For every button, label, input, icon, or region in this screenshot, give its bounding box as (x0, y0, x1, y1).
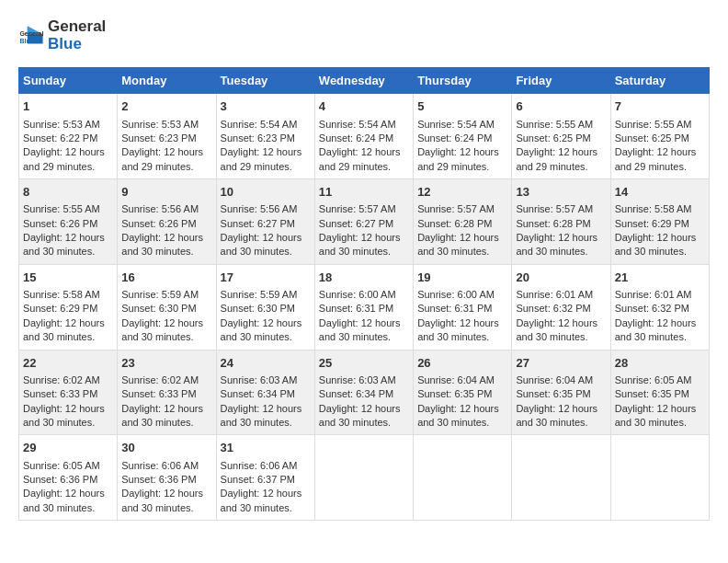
day-number: 9 (121, 184, 211, 201)
calendar-cell: 8Sunrise: 5:55 AMSunset: 6:26 PMDaylight… (19, 179, 118, 265)
calendar-header: SundayMondayTuesdayWednesdayThursdayFrid… (19, 68, 710, 94)
day-number: 22 (23, 355, 113, 372)
day-number: 6 (516, 98, 606, 115)
day-number: 16 (121, 270, 211, 286)
calendar-cell: 20Sunrise: 6:01 AMSunset: 6:32 PMDayligh… (512, 264, 610, 350)
page-header: General Blue General Blue (18, 18, 710, 52)
calendar-cell: 1Sunrise: 5:53 AMSunset: 6:22 PMDaylight… (19, 94, 118, 179)
col-header-friday: Friday (512, 68, 610, 94)
calendar-cell: 29Sunrise: 6:05 AMSunset: 6:36 PMDayligh… (19, 435, 118, 521)
svg-text:Blue: Blue (19, 38, 33, 44)
col-header-wednesday: Wednesday (314, 68, 413, 94)
day-number: 17 (221, 270, 311, 286)
calendar-cell: 2Sunrise: 5:53 AMSunset: 6:23 PMDaylight… (118, 94, 216, 179)
svg-text:General: General (19, 30, 43, 37)
week-row-1: 1Sunrise: 5:53 AMSunset: 6:22 PMDaylight… (19, 94, 710, 179)
calendar-cell: 27Sunrise: 6:04 AMSunset: 6:35 PMDayligh… (512, 350, 610, 435)
col-header-monday: Monday (118, 68, 216, 94)
day-number: 28 (615, 355, 705, 372)
day-number: 3 (221, 98, 311, 115)
day-number: 30 (121, 440, 211, 456)
day-number: 5 (417, 98, 507, 115)
calendar-cell: 4Sunrise: 5:54 AMSunset: 6:24 PMDaylight… (314, 94, 413, 179)
week-row-3: 15Sunrise: 5:58 AMSunset: 6:29 PMDayligh… (19, 264, 710, 350)
logo-icon: General Blue (18, 23, 44, 49)
day-number: 20 (516, 270, 606, 286)
calendar-cell: 22Sunrise: 6:02 AMSunset: 6:33 PMDayligh… (19, 350, 118, 435)
calendar-cell: 6Sunrise: 5:55 AMSunset: 6:25 PMDaylight… (512, 94, 610, 179)
day-number: 4 (319, 98, 409, 115)
calendar-cell (512, 435, 610, 521)
calendar-cell: 24Sunrise: 6:03 AMSunset: 6:34 PMDayligh… (216, 350, 314, 435)
day-number: 25 (319, 355, 409, 372)
week-row-5: 29Sunrise: 6:05 AMSunset: 6:36 PMDayligh… (19, 435, 710, 521)
calendar-cell: 18Sunrise: 6:00 AMSunset: 6:31 PMDayligh… (314, 264, 413, 350)
day-number: 11 (319, 184, 409, 201)
day-number: 10 (221, 184, 311, 201)
day-number: 15 (23, 270, 113, 286)
calendar-cell: 21Sunrise: 6:01 AMSunset: 6:32 PMDayligh… (610, 264, 709, 350)
day-number: 14 (615, 184, 705, 201)
calendar-cell: 13Sunrise: 5:57 AMSunset: 6:28 PMDayligh… (512, 179, 610, 265)
day-number: 7 (615, 98, 705, 115)
calendar-cell: 16Sunrise: 5:59 AMSunset: 6:30 PMDayligh… (118, 264, 216, 350)
calendar-cell (314, 435, 413, 521)
calendar-cell: 25Sunrise: 6:03 AMSunset: 6:34 PMDayligh… (314, 350, 413, 435)
day-number: 23 (121, 355, 211, 372)
day-number: 13 (516, 184, 606, 201)
day-number: 31 (221, 440, 311, 456)
col-header-thursday: Thursday (414, 68, 512, 94)
calendar-cell: 23Sunrise: 6:02 AMSunset: 6:33 PMDayligh… (118, 350, 216, 435)
week-row-4: 22Sunrise: 6:02 AMSunset: 6:33 PMDayligh… (19, 350, 710, 435)
calendar-cell (414, 435, 512, 521)
calendar-cell: 9Sunrise: 5:56 AMSunset: 6:26 PMDaylight… (118, 179, 216, 265)
col-header-tuesday: Tuesday (216, 68, 314, 94)
logo: General Blue General Blue (18, 18, 106, 52)
day-number: 19 (417, 270, 507, 286)
day-number: 12 (417, 184, 507, 201)
logo-blue: Blue (48, 36, 106, 53)
calendar-cell: 5Sunrise: 5:54 AMSunset: 6:24 PMDaylight… (414, 94, 512, 179)
day-number: 24 (221, 355, 311, 372)
calendar-cell: 3Sunrise: 5:54 AMSunset: 6:23 PMDaylight… (216, 94, 314, 179)
day-number: 21 (615, 270, 705, 286)
day-number: 2 (121, 98, 211, 115)
calendar-cell: 14Sunrise: 5:58 AMSunset: 6:29 PMDayligh… (610, 179, 709, 265)
logo-general: General (48, 18, 106, 36)
calendar-cell: 30Sunrise: 6:06 AMSunset: 6:36 PMDayligh… (118, 435, 216, 521)
calendar-cell: 11Sunrise: 5:57 AMSunset: 6:27 PMDayligh… (314, 179, 413, 265)
day-number: 27 (516, 355, 606, 372)
calendar-cell: 28Sunrise: 6:05 AMSunset: 6:35 PMDayligh… (610, 350, 709, 435)
col-header-saturday: Saturday (610, 68, 709, 94)
calendar-cell: 26Sunrise: 6:04 AMSunset: 6:35 PMDayligh… (414, 350, 512, 435)
calendar-cell: 7Sunrise: 5:55 AMSunset: 6:25 PMDaylight… (610, 94, 709, 179)
calendar-cell: 19Sunrise: 6:00 AMSunset: 6:31 PMDayligh… (414, 264, 512, 350)
calendar-cell: 17Sunrise: 5:59 AMSunset: 6:30 PMDayligh… (216, 264, 314, 350)
day-number: 29 (23, 440, 113, 456)
day-number: 1 (23, 98, 113, 115)
day-number: 8 (23, 184, 113, 201)
day-number: 18 (319, 270, 409, 286)
calendar-table: SundayMondayTuesdayWednesdayThursdayFrid… (18, 67, 710, 521)
calendar-cell: 12Sunrise: 5:57 AMSunset: 6:28 PMDayligh… (414, 179, 512, 265)
calendar-cell: 31Sunrise: 6:06 AMSunset: 6:37 PMDayligh… (216, 435, 314, 521)
week-row-2: 8Sunrise: 5:55 AMSunset: 6:26 PMDaylight… (19, 179, 710, 265)
col-header-sunday: Sunday (19, 68, 118, 94)
calendar-cell (610, 435, 709, 521)
day-number: 26 (417, 355, 507, 372)
calendar-cell: 10Sunrise: 5:56 AMSunset: 6:27 PMDayligh… (216, 179, 314, 265)
calendar-cell: 15Sunrise: 5:58 AMSunset: 6:29 PMDayligh… (19, 264, 118, 350)
